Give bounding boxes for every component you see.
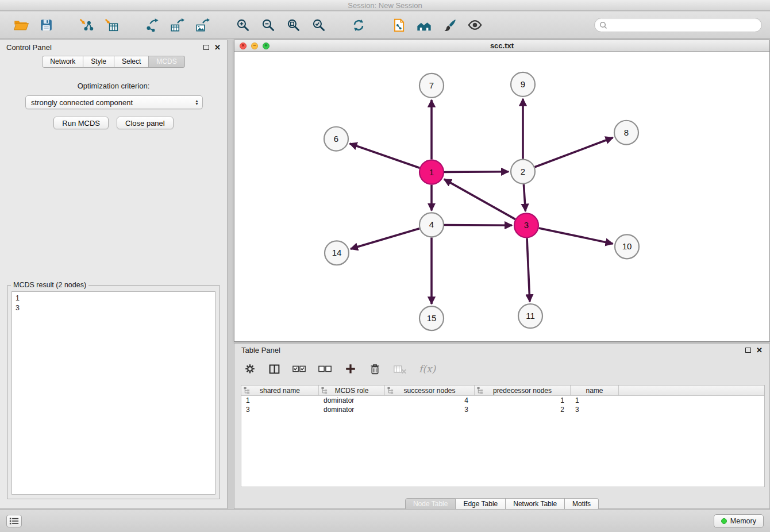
hierarchy-icon <box>244 387 250 394</box>
window-zoom-icon[interactable] <box>263 43 270 49</box>
tab-style[interactable]: Style <box>83 56 114 68</box>
column-header-name[interactable]: name <box>571 385 619 395</box>
graph-node-label: 1 <box>429 167 434 177</box>
memory-button[interactable]: Memory <box>714 514 764 528</box>
zoom-out-button[interactable] <box>255 14 280 36</box>
criterion-dropdown-value: strongly connected component <box>31 98 133 107</box>
import-network-button[interactable] <box>74 14 99 36</box>
network-graph-svg: 7968124314101511 <box>234 52 769 341</box>
split-view-button[interactable] <box>268 363 280 375</box>
graph-edge-1-6[interactable] <box>350 144 420 168</box>
tab-motifs[interactable]: Motifs <box>565 498 599 510</box>
cell-name[interactable]: 1 <box>571 396 619 404</box>
hierarchy-icon <box>477 387 483 394</box>
style-brush-button[interactable] <box>437 14 462 36</box>
graph-node-label: 14 <box>332 248 342 257</box>
result-line: 3 <box>16 303 211 313</box>
graph-edge-1-2[interactable] <box>444 172 509 172</box>
graph-node-label: 6 <box>334 134 338 144</box>
tab-select[interactable]: Select <box>114 56 149 68</box>
cell-mcds-role[interactable]: dominator <box>319 396 385 404</box>
float-panel-icon[interactable] <box>203 45 209 50</box>
cell-mcds-role[interactable]: dominator <box>319 406 385 414</box>
home-pair-icon <box>416 17 432 33</box>
column-label: predecessor nodes <box>493 387 552 395</box>
mcds-result-list[interactable]: 1 3 <box>11 291 215 495</box>
document-network-button[interactable] <box>386 14 411 36</box>
graph-edge-4-14[interactable] <box>351 229 419 249</box>
table-row[interactable]: 3 dominator 3 2 3 <box>241 405 764 414</box>
zoom-fit-button[interactable] <box>280 14 306 36</box>
column-header-predecessor-nodes[interactable]: predecessor nodes <box>475 385 571 395</box>
toolbar-search[interactable] <box>594 18 762 32</box>
export-image-button[interactable] <box>190 14 215 36</box>
function-builder-button-disabled: f(x) <box>419 363 436 375</box>
export-network-button[interactable] <box>139 14 164 36</box>
window-minimize-icon[interactable] <box>251 43 258 49</box>
cell-shared-name[interactable]: 1 <box>241 396 319 404</box>
refresh-icon <box>351 18 366 33</box>
tab-edge-table[interactable]: Edge Table <box>456 498 506 510</box>
vertical-splitter[interactable] <box>228 40 234 509</box>
run-mcds-button[interactable]: Run MCDS <box>53 117 109 129</box>
control-panel-header: Control Panel <box>0 40 227 54</box>
tab-node-table[interactable]: Node Table <box>405 498 456 510</box>
deselect-all-button[interactable] <box>318 364 332 374</box>
column-header-successor-nodes[interactable]: successor nodes <box>385 385 475 395</box>
select-all-button[interactable] <box>292 364 306 374</box>
save-floppy-icon <box>39 18 53 32</box>
close-panel-icon[interactable] <box>756 346 763 354</box>
graph-edge-3-1[interactable] <box>444 179 515 219</box>
eye-icon <box>467 17 483 33</box>
cell-predecessor-nodes[interactable]: 2 <box>475 406 571 414</box>
memory-button-label: Memory <box>730 517 756 525</box>
import-table-icon <box>104 18 119 33</box>
home-pair-button[interactable] <box>411 14 437 36</box>
table-settings-button[interactable] <box>244 363 256 375</box>
graph-node-label: 11 <box>526 311 535 321</box>
cell-shared-name[interactable]: 3 <box>241 406 319 414</box>
show-hide-button[interactable] <box>462 14 487 36</box>
cell-predecessor-nodes[interactable]: 1 <box>475 396 571 404</box>
show-panels-button[interactable] <box>6 515 22 527</box>
table-row[interactable]: 1 dominator 4 1 1 <box>241 396 764 405</box>
network-window-titlebar: scc.txt <box>234 40 769 52</box>
result-line: 1 <box>16 294 211 303</box>
zoom-selected-button[interactable] <box>306 14 331 36</box>
network-canvas[interactable]: 7968124314101511 <box>234 52 769 341</box>
tab-mcds[interactable]: MCDS <box>149 56 184 68</box>
export-table-button[interactable] <box>164 14 190 36</box>
graph-edge-2-3[interactable] <box>523 184 525 211</box>
window-close-icon[interactable] <box>240 43 247 49</box>
tab-network[interactable]: Network <box>42 56 83 68</box>
cell-name[interactable]: 3 <box>571 406 619 414</box>
graph-edge-3-11[interactable] <box>527 238 530 302</box>
zoom-out-icon <box>261 18 275 32</box>
tab-network-table[interactable]: Network Table <box>506 498 565 510</box>
delete-column-button[interactable] <box>369 363 381 375</box>
graph-edge-2-8[interactable] <box>535 138 613 167</box>
control-panel: Control Panel Network Style Select MCDS … <box>0 40 228 509</box>
add-column-button[interactable] <box>344 363 357 375</box>
graph-edge-3-10[interactable] <box>539 228 613 244</box>
plus-icon <box>344 363 357 375</box>
criterion-dropdown[interactable]: strongly connected component ▲▼ <box>25 95 203 109</box>
graph-node-label: 10 <box>622 241 632 251</box>
cell-successor-nodes[interactable]: 3 <box>385 406 475 414</box>
node-table: shared name MCDS role successor nodes pr… <box>241 385 765 487</box>
import-table-button[interactable] <box>99 14 124 36</box>
search-input[interactable] <box>610 21 757 30</box>
refresh-button[interactable] <box>346 14 371 36</box>
cell-successor-nodes[interactable]: 4 <box>385 396 475 404</box>
float-panel-icon[interactable] <box>745 348 751 353</box>
graph-edge-4-3[interactable] <box>444 225 512 226</box>
table-toolbar: f(x) <box>234 357 769 381</box>
close-panel-button[interactable]: Close panel <box>117 117 174 129</box>
graph-node-label: 8 <box>624 128 629 137</box>
close-panel-icon[interactable] <box>214 44 221 51</box>
column-header-shared-name[interactable]: shared name <box>241 385 319 395</box>
zoom-in-button[interactable] <box>230 14 255 36</box>
save-session-button[interactable] <box>33 14 59 36</box>
column-header-mcds-role[interactable]: MCDS role <box>319 385 385 395</box>
open-session-button[interactable] <box>8 14 33 36</box>
